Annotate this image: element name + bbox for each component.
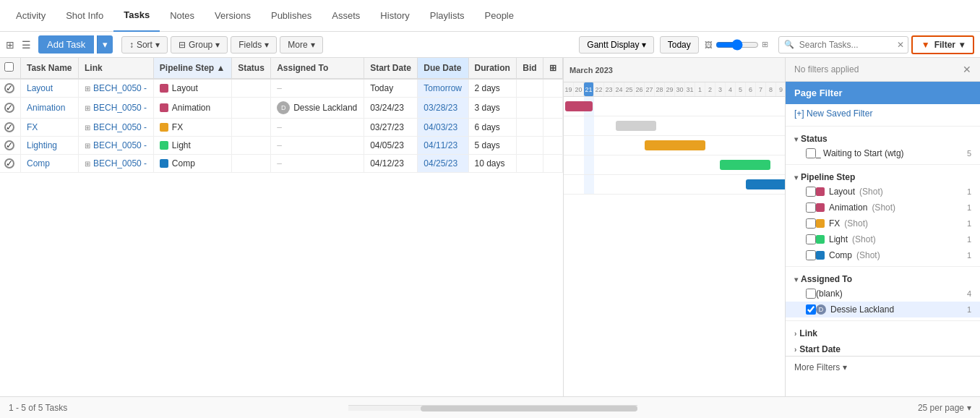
row-task-name[interactable]: Animation: [21, 98, 79, 119]
today-button[interactable]: Today: [660, 36, 699, 54]
pipeline-checkbox[interactable]: [806, 218, 816, 229]
link-section-header[interactable]: › Link: [786, 324, 980, 340]
task-name-link[interactable]: Layout: [27, 83, 53, 93]
add-task-dropdown-button[interactable]: ▾: [97, 35, 113, 54]
nav-item-playlists[interactable]: Playlists: [420, 0, 475, 32]
row-task-name[interactable]: Comp: [21, 155, 79, 173]
blank-checkbox[interactable]: [806, 289, 816, 299]
col-pipeline-step[interactable]: Pipeline Step ▲: [153, 58, 231, 79]
group-button[interactable]: ⊟Group ▾: [171, 36, 228, 54]
col-start-date[interactable]: Start Date: [364, 58, 418, 79]
filter-button[interactable]: ▼Filter ▾: [911, 35, 974, 54]
nav-item-people[interactable]: People: [475, 0, 524, 32]
nav-item-assets[interactable]: Assets: [322, 0, 370, 32]
gantt-date-cell: 29: [665, 82, 675, 96]
fields-button[interactable]: Fields ▾: [231, 36, 277, 54]
filter-item-dessie[interactable]: D Dessie Lackland 1: [786, 302, 980, 317]
col-due-date[interactable]: Due Date: [418, 58, 468, 79]
pipeline-checkbox[interactable]: [806, 202, 816, 213]
today-highlight: [584, 155, 594, 174]
dessie-checkbox[interactable]: [806, 304, 816, 315]
menu-icon[interactable]: ☰: [22, 39, 31, 51]
row-status: [232, 98, 271, 119]
search-input[interactable]: [778, 36, 908, 54]
link-grid-icon: ⊞: [85, 104, 90, 112]
more-button[interactable]: More ▾: [280, 36, 322, 54]
gantt-date-cell: 25: [624, 82, 635, 96]
row-task-name[interactable]: Layout: [21, 79, 79, 98]
nav-item-publishes[interactable]: Publishes: [261, 0, 322, 32]
nav-item-shot-info[interactable]: Shot Info: [56, 0, 113, 32]
row-link[interactable]: ⊞BECH_0050 -: [79, 79, 154, 98]
zoom-slider[interactable]: [715, 39, 759, 51]
search-clear-icon[interactable]: ✕: [897, 40, 904, 50]
pipeline-filter-label: Layout (Shot): [816, 187, 967, 197]
row-due-date: 04/11/23: [418, 137, 468, 155]
pipeline-checkbox[interactable]: [806, 234, 816, 244]
nav-item-tasks[interactable]: Tasks: [113, 0, 160, 32]
gantt-row: [564, 136, 785, 155]
nav-item-versions[interactable]: Versions: [205, 0, 261, 32]
gantt-bar[interactable]: [565, 101, 593, 111]
zoom-in-icon: ⊞: [762, 40, 768, 49]
group-icon: ⊟: [179, 40, 186, 50]
nav-item-notes[interactable]: Notes: [160, 0, 205, 32]
gantt-date-cell: 2: [705, 82, 715, 96]
gantt-controls: Gantt Display ▾ Today 🖼 ⊞: [579, 36, 768, 54]
pipeline-color-dot: [816, 251, 825, 260]
row-status: [232, 155, 271, 173]
col-expand[interactable]: ⊞: [543, 58, 563, 79]
start-date-section-header[interactable]: › Start Date: [786, 340, 980, 356]
horizontal-scrollbar[interactable]: [348, 405, 637, 411]
filter-panel-close-icon[interactable]: ✕: [963, 64, 971, 75]
row-assigned: –: [271, 155, 364, 173]
today-highlight: [584, 116, 594, 135]
row-link[interactable]: ⊞BECH_0050 -: [79, 155, 154, 173]
task-name-link[interactable]: FX: [27, 122, 38, 132]
col-status[interactable]: Status: [232, 58, 271, 79]
gantt-bar[interactable]: [645, 140, 705, 150]
task-name-link[interactable]: Comp: [27, 158, 50, 169]
gantt-date-cell: 4: [726, 82, 736, 96]
col-assigned-to[interactable]: Assigned To: [271, 58, 364, 79]
col-link[interactable]: Link: [79, 58, 154, 79]
col-duration[interactable]: Duration: [468, 58, 517, 79]
row-circle-icon: ✓: [4, 83, 14, 93]
gantt-display-button[interactable]: Gantt Display ▾: [579, 36, 653, 54]
col-task-name[interactable]: Task Name: [21, 58, 79, 79]
page-filter-row[interactable]: Page Filter: [786, 82, 980, 104]
row-task-name[interactable]: FX: [21, 119, 79, 137]
col-bid[interactable]: Bid: [517, 58, 543, 79]
task-name-link[interactable]: Animation: [27, 103, 65, 113]
gantt-bar[interactable]: [616, 121, 656, 131]
row-task-name[interactable]: Lighting: [21, 137, 79, 155]
pipeline-section-header[interactable]: ▾ Pipeline Step: [786, 168, 980, 184]
sort-button[interactable]: ↕Sort ▾: [121, 36, 168, 54]
row-link[interactable]: ⊞BECH_0050 -: [79, 137, 154, 155]
grid-icon[interactable]: ⊞: [6, 39, 14, 51]
assigned-section-header[interactable]: ▾ Assigned To: [786, 270, 980, 286]
pipeline-checkbox[interactable]: [806, 250, 816, 260]
row-pipeline: Light: [153, 137, 231, 155]
per-page-control[interactable]: 25 per page ▾: [918, 403, 971, 413]
dessie-count: 1: [967, 305, 971, 314]
add-task-button[interactable]: Add Task: [38, 35, 94, 54]
task-name-link[interactable]: Lighting: [27, 140, 57, 150]
pipeline-section-label: Pipeline Step: [801, 172, 855, 182]
gantt-bar[interactable]: [746, 179, 785, 189]
nav-item-history[interactable]: History: [370, 0, 419, 32]
filter-item-pipeline: Light (Shot) 1: [786, 231, 980, 247]
status-section-header[interactable]: ▾ Status: [786, 129, 980, 145]
row-link[interactable]: ⊞BECH_0050 -: [79, 119, 154, 137]
blank-count: 4: [967, 289, 971, 298]
pipeline-checkbox[interactable]: [806, 187, 816, 197]
more-filters-row[interactable]: More Filters ▾: [786, 356, 980, 378]
pipeline-color-swatch: [160, 159, 168, 168]
waiting-to-start-checkbox[interactable]: [806, 148, 816, 158]
row-link[interactable]: ⊞BECH_0050 -: [79, 98, 154, 119]
select-all-checkbox[interactable]: [4, 62, 14, 72]
nav-item-activity[interactable]: Activity: [6, 0, 56, 32]
zoom-out-icon: 🖼: [705, 40, 713, 49]
gantt-bar[interactable]: [720, 160, 770, 170]
new-saved-filter-row[interactable]: [+] New Saved Filter: [786, 104, 980, 123]
